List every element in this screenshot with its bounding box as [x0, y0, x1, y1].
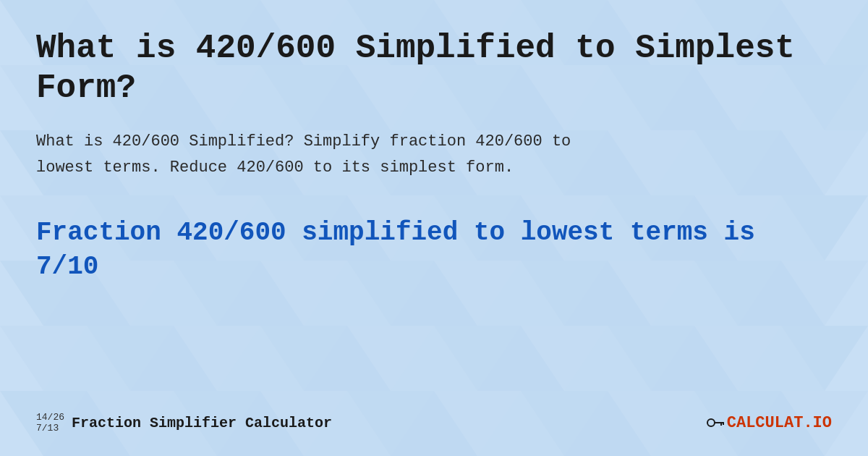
description-line1: What is 420/600 Simplified? Simplify fra… — [36, 132, 571, 151]
footer-fraction1: 14/26 — [36, 412, 64, 423]
description-text: What is 420/600 Simplified? Simplify fra… — [36, 129, 832, 180]
logo: CALCULAT.IO — [705, 414, 832, 432]
logo-text-main: CALCULAT — [727, 414, 804, 432]
footer: 14/26 7/13 Fraction Simplifier Calculato… — [36, 397, 832, 434]
result-line1: Fraction 420/600 simplified to lowest te… — [36, 218, 755, 248]
footer-fractions: 14/26 7/13 — [36, 412, 64, 434]
footer-fraction2: 7/13 — [36, 423, 64, 434]
footer-site-title: Fraction Simplifier Calculator — [72, 415, 332, 431]
logo-text-accent: .IO — [803, 414, 832, 432]
result-text: Fraction 420/600 simplified to lowest te… — [36, 216, 832, 284]
logo-text: CALCULAT.IO — [727, 414, 832, 432]
result-line2: 7/10 — [36, 252, 98, 282]
logo-icon — [705, 414, 727, 431]
description-line2: lowest terms. Reduce 420/600 to its simp… — [36, 159, 514, 177]
page-title: What is 420/600 Simplified to Simplest F… — [36, 29, 832, 109]
svg-point-136 — [707, 419, 715, 426]
